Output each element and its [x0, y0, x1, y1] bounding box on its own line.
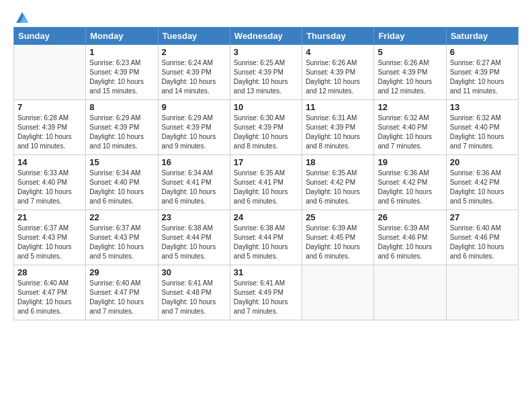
day-info: Sunrise: 6:32 AM Sunset: 4:40 PM Dayligh… [378, 113, 442, 151]
calendar-cell [374, 265, 446, 320]
calendar-cell [302, 265, 374, 320]
header [13, 12, 519, 23]
day-info: Sunrise: 6:34 AM Sunset: 4:41 PM Dayligh… [162, 169, 226, 206]
calendar-week-row: 7Sunrise: 6:28 AM Sunset: 4:39 PM Daylig… [14, 100, 519, 155]
day-info: Sunrise: 6:26 AM Sunset: 4:39 PM Dayligh… [306, 58, 370, 96]
calendar-cell [446, 265, 518, 320]
day-info: Sunrise: 6:35 AM Sunset: 4:41 PM Dayligh… [234, 169, 298, 206]
calendar-cell [14, 45, 86, 100]
day-number: 12 [378, 102, 442, 112]
day-info: Sunrise: 6:38 AM Sunset: 4:44 PM Dayligh… [162, 224, 226, 261]
calendar-cell: 9Sunrise: 6:29 AM Sunset: 4:39 PM Daylig… [158, 100, 230, 155]
calendar-cell: 23Sunrise: 6:38 AM Sunset: 4:44 PM Dayli… [158, 210, 230, 265]
day-info: Sunrise: 6:30 AM Sunset: 4:39 PM Dayligh… [234, 113, 298, 151]
day-info: Sunrise: 6:41 AM Sunset: 4:48 PM Dayligh… [162, 279, 226, 316]
calendar-cell: 6Sunrise: 6:27 AM Sunset: 4:39 PM Daylig… [446, 45, 518, 100]
day-info: Sunrise: 6:32 AM Sunset: 4:40 PM Dayligh… [450, 113, 515, 151]
calendar-cell: 30Sunrise: 6:41 AM Sunset: 4:48 PM Dayli… [158, 265, 230, 320]
day-info: Sunrise: 6:26 AM Sunset: 4:39 PM Dayligh… [378, 58, 442, 96]
day-info: Sunrise: 6:35 AM Sunset: 4:42 PM Dayligh… [306, 169, 370, 206]
day-number: 31 [234, 267, 298, 277]
calendar-cell: 15Sunrise: 6:34 AM Sunset: 4:40 PM Dayli… [86, 155, 158, 210]
page: SundayMondayTuesdayWednesdayThursdayFrid… [0, 0, 532, 411]
calendar-cell: 20Sunrise: 6:36 AM Sunset: 4:42 PM Dayli… [446, 155, 518, 210]
calendar-cell: 1Sunrise: 6:23 AM Sunset: 4:39 PM Daylig… [86, 45, 158, 100]
calendar-cell: 12Sunrise: 6:32 AM Sunset: 4:40 PM Dayli… [374, 100, 446, 155]
day-info: Sunrise: 6:27 AM Sunset: 4:39 PM Dayligh… [450, 58, 515, 96]
calendar-day-header: Saturday [446, 28, 518, 45]
calendar-cell: 3Sunrise: 6:25 AM Sunset: 4:39 PM Daylig… [230, 45, 302, 100]
day-number: 15 [89, 157, 154, 167]
calendar-day-header: Sunday [14, 28, 86, 45]
calendar-cell: 10Sunrise: 6:30 AM Sunset: 4:39 PM Dayli… [230, 100, 302, 155]
day-number: 25 [306, 212, 370, 222]
day-number: 7 [17, 102, 82, 112]
calendar-cell: 29Sunrise: 6:40 AM Sunset: 4:47 PM Dayli… [86, 265, 158, 320]
day-number: 30 [162, 267, 226, 277]
day-number: 10 [234, 102, 298, 112]
day-number: 23 [162, 212, 226, 222]
day-number: 22 [89, 212, 154, 222]
day-info: Sunrise: 6:37 AM Sunset: 4:43 PM Dayligh… [17, 224, 82, 261]
day-number: 14 [17, 157, 82, 167]
day-number: 1 [89, 47, 154, 57]
day-number: 29 [89, 267, 154, 277]
day-number: 20 [450, 157, 515, 167]
day-info: Sunrise: 6:33 AM Sunset: 4:40 PM Dayligh… [17, 169, 82, 206]
day-number: 18 [306, 157, 370, 167]
calendar-day-header: Thursday [302, 28, 374, 45]
day-info: Sunrise: 6:39 AM Sunset: 4:46 PM Dayligh… [378, 224, 442, 261]
calendar-cell: 24Sunrise: 6:38 AM Sunset: 4:44 PM Dayli… [230, 210, 302, 265]
day-number: 24 [234, 212, 298, 222]
calendar-cell: 8Sunrise: 6:29 AM Sunset: 4:39 PM Daylig… [86, 100, 158, 155]
day-number: 13 [450, 102, 515, 112]
day-number: 19 [378, 157, 442, 167]
calendar-cell: 21Sunrise: 6:37 AM Sunset: 4:43 PM Dayli… [14, 210, 86, 265]
calendar-cell: 19Sunrise: 6:36 AM Sunset: 4:42 PM Dayli… [374, 155, 446, 210]
day-number: 4 [306, 47, 370, 57]
day-info: Sunrise: 6:29 AM Sunset: 4:39 PM Dayligh… [162, 113, 226, 151]
logo [13, 12, 30, 23]
day-number: 8 [89, 102, 154, 112]
calendar-cell: 7Sunrise: 6:28 AM Sunset: 4:39 PM Daylig… [14, 100, 86, 155]
logo-icon [15, 11, 30, 26]
day-info: Sunrise: 6:37 AM Sunset: 4:43 PM Dayligh… [89, 224, 154, 261]
day-info: Sunrise: 6:23 AM Sunset: 4:39 PM Dayligh… [89, 58, 154, 96]
day-info: Sunrise: 6:29 AM Sunset: 4:39 PM Dayligh… [89, 113, 154, 151]
day-info: Sunrise: 6:38 AM Sunset: 4:44 PM Dayligh… [234, 224, 298, 261]
day-number: 2 [162, 47, 226, 57]
day-info: Sunrise: 6:40 AM Sunset: 4:47 PM Dayligh… [17, 279, 82, 316]
day-number: 17 [234, 157, 298, 167]
day-number: 6 [450, 47, 515, 57]
calendar-day-header: Tuesday [158, 28, 230, 45]
calendar-cell: 13Sunrise: 6:32 AM Sunset: 4:40 PM Dayli… [446, 100, 518, 155]
day-info: Sunrise: 6:34 AM Sunset: 4:40 PM Dayligh… [89, 169, 154, 206]
calendar-cell: 16Sunrise: 6:34 AM Sunset: 4:41 PM Dayli… [158, 155, 230, 210]
calendar-cell: 14Sunrise: 6:33 AM Sunset: 4:40 PM Dayli… [14, 155, 86, 210]
day-info: Sunrise: 6:41 AM Sunset: 4:49 PM Dayligh… [234, 279, 298, 316]
calendar-cell: 5Sunrise: 6:26 AM Sunset: 4:39 PM Daylig… [374, 45, 446, 100]
calendar-cell: 2Sunrise: 6:24 AM Sunset: 4:39 PM Daylig… [158, 45, 230, 100]
calendar-day-header: Wednesday [230, 28, 302, 45]
calendar-cell: 25Sunrise: 6:39 AM Sunset: 4:45 PM Dayli… [302, 210, 374, 265]
calendar-cell: 31Sunrise: 6:41 AM Sunset: 4:49 PM Dayli… [230, 265, 302, 320]
day-number: 11 [306, 102, 370, 112]
calendar-header-row: SundayMondayTuesdayWednesdayThursdayFrid… [14, 28, 519, 45]
day-number: 9 [162, 102, 226, 112]
day-number: 21 [17, 212, 82, 222]
calendar-table: SundayMondayTuesdayWednesdayThursdayFrid… [13, 27, 519, 320]
day-info: Sunrise: 6:31 AM Sunset: 4:39 PM Dayligh… [306, 113, 370, 151]
calendar-cell: 22Sunrise: 6:37 AM Sunset: 4:43 PM Dayli… [86, 210, 158, 265]
day-info: Sunrise: 6:28 AM Sunset: 4:39 PM Dayligh… [17, 113, 82, 151]
day-number: 28 [17, 267, 82, 277]
calendar-cell: 11Sunrise: 6:31 AM Sunset: 4:39 PM Dayli… [302, 100, 374, 155]
day-number: 27 [450, 212, 515, 222]
day-info: Sunrise: 6:36 AM Sunset: 4:42 PM Dayligh… [450, 169, 515, 206]
day-number: 16 [162, 157, 226, 167]
calendar-cell: 27Sunrise: 6:40 AM Sunset: 4:46 PM Dayli… [446, 210, 518, 265]
calendar-week-row: 21Sunrise: 6:37 AM Sunset: 4:43 PM Dayli… [14, 210, 519, 265]
calendar-cell: 26Sunrise: 6:39 AM Sunset: 4:46 PM Dayli… [374, 210, 446, 265]
calendar-week-row: 1Sunrise: 6:23 AM Sunset: 4:39 PM Daylig… [14, 45, 519, 100]
day-info: Sunrise: 6:39 AM Sunset: 4:45 PM Dayligh… [306, 224, 370, 261]
day-info: Sunrise: 6:40 AM Sunset: 4:47 PM Dayligh… [89, 279, 154, 316]
